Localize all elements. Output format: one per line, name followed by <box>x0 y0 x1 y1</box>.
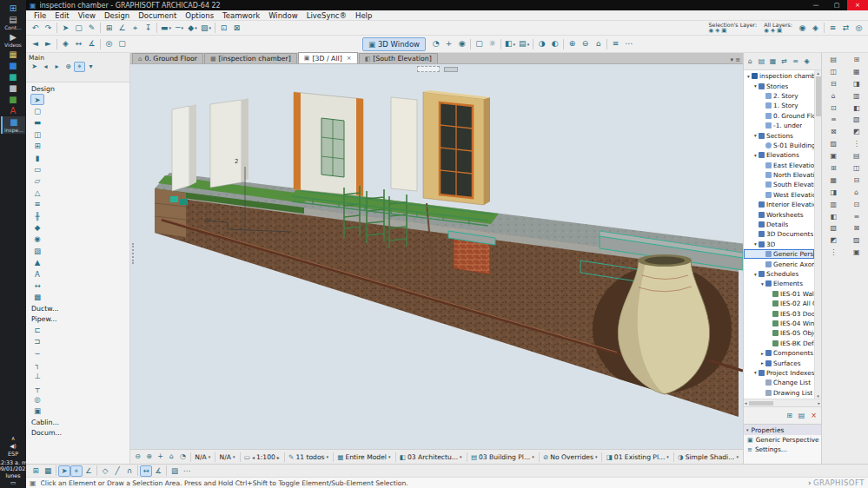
mesh-tool[interactable]: ▲ <box>30 256 44 267</box>
palette-list-icon[interactable]: ▾ <box>85 62 96 72</box>
side-tool-icon-23[interactable]: ◨ <box>826 187 840 198</box>
side-tool-icon-27[interactable]: ◧ <box>826 211 840 222</box>
tree-expand-icon[interactable]: ▾ <box>752 83 759 89</box>
scroll-left-icon[interactable]: ◂ <box>745 400 747 406</box>
tree-item-1-under[interactable]: -1. under <box>744 121 814 130</box>
line-type-dropdown[interactable]: ─▾ <box>173 22 186 34</box>
look-around-icon[interactable]: ◉ <box>455 38 468 50</box>
layer-combo-dropdown[interactable]: ◧▾ <box>503 38 517 50</box>
snap-elements-icon[interactable]: ▦ <box>42 465 54 477</box>
tree-item-3d[interactable]: ▾3D <box>744 240 814 249</box>
pen-icon[interactable]: ✎ <box>85 22 98 34</box>
camera-settings-icon[interactable]: ▢ <box>473 38 486 50</box>
publisher-icon[interactable]: ⇄ <box>779 56 790 67</box>
offset-lock-icon[interactable]: ↔ <box>140 465 152 477</box>
menu-options[interactable]: Options <box>181 11 218 20</box>
side-tool-icon-5[interactable]: ⊟ <box>826 78 840 89</box>
fill-display-icon[interactable]: ▨ <box>169 465 181 477</box>
teamwork-send-icon[interactable]: ⇄ <box>839 22 852 34</box>
zone-tool[interactable]: ▨ <box>30 245 44 256</box>
menu-livesync[interactable]: LiveSync® <box>302 11 351 20</box>
orbit-icon[interactable]: ◔ <box>429 38 442 50</box>
viewport-palette-handle[interactable] <box>132 243 136 264</box>
walk-mode-icon[interactable]: + <box>442 38 455 50</box>
toolbox-section-design[interactable]: Design <box>26 83 129 94</box>
layout-book-icon[interactable]: ▦ <box>767 56 779 67</box>
railing-tool[interactable]: ╫ <box>30 210 44 221</box>
shadows-icon[interactable]: ◐ <box>548 38 561 50</box>
marquee-icon[interactable]: ▢ <box>72 22 85 34</box>
taskbar-clock[interactable]: 12:33 a. m. 09/01/2023 lunes <box>0 459 26 479</box>
beam-tool[interactable]: ▭ <box>30 163 44 175</box>
side-tool-icon-26[interactable]: ⊡ <box>850 199 864 210</box>
dimension-tool[interactable]: ↔ <box>30 280 44 291</box>
grid-snap-icon[interactable]: ⊞ <box>103 22 116 34</box>
transition-tool[interactable]: ⊥ <box>30 371 44 382</box>
column-tool[interactable]: ▮ <box>30 152 44 163</box>
side-tool-icon-1[interactable]: ▤ <box>826 54 840 65</box>
angle-lock-icon[interactable]: ∡ <box>152 465 164 477</box>
text-tool[interactable]: A <box>30 268 44 280</box>
taskbar-app-archicad[interactable]: ■inspe... <box>1 116 25 134</box>
tree-expand-icon[interactable]: ▾ <box>759 281 765 287</box>
side-tool-icon-4[interactable]: ▦ <box>850 66 864 77</box>
side-tool-icon-6[interactable]: ◨ <box>850 78 864 89</box>
shading-icon[interactable]: ◑ <box>535 38 548 50</box>
tree-expand-icon[interactable]: ▾ <box>752 272 759 277</box>
language-indicator[interactable]: ESP <box>8 452 18 458</box>
side-tool-icon-17[interactable]: ▣ <box>826 150 840 162</box>
side-tool-icon-9[interactable]: ⊡ <box>826 102 840 114</box>
tree-item-north-elevation-au[interactable]: North Elevation (Au <box>744 170 814 180</box>
side-tool-icon-28[interactable]: ≡ <box>850 211 864 222</box>
side-tool-icon-32[interactable]: ▨ <box>850 234 864 246</box>
zoom-in-icon[interactable]: ⊕ <box>143 452 155 463</box>
tree-item-components[interactable]: ▸Components <box>744 348 814 358</box>
tree-item-ies-01-wall-sche[interactable]: IES-01 Wall Sche <box>744 289 814 299</box>
taskbar-app-explorer[interactable]: ▦ <box>1 49 25 60</box>
tree-item-ies-03-door-sche[interactable]: IES-03 Door Sche <box>744 308 814 318</box>
relative-coords-icon[interactable]: ◇ <box>99 465 111 477</box>
model-scope-dropdown[interactable]: ▦Entire Model▾ <box>335 453 393 461</box>
marquee-tool[interactable]: ▢ <box>30 105 44 116</box>
terminal-tool[interactable]: ◎ <box>30 393 44 405</box>
3d-window-button[interactable]: ▣ 3D Window <box>362 37 426 51</box>
help-search-icon[interactable]: ◎ <box>852 22 865 34</box>
scroll-thumb[interactable] <box>816 76 821 116</box>
tree-item-ies-05-object-inv[interactable]: IES-05 Object Inv <box>744 328 814 338</box>
pen-set-dropdown[interactable]: ▤03 Building Pl...▾ <box>468 453 537 461</box>
stair-tool[interactable]: ≡ <box>30 199 44 210</box>
all-layers-show-icon[interactable]: ◉ <box>764 28 769 34</box>
viewport-mini-toolbar[interactable] <box>417 66 440 72</box>
navigator-horizontal-scrollbar[interactable]: ◂ ▸ <box>744 399 821 406</box>
zoom-percent-dropdown[interactable]: N/A▾ <box>192 453 213 461</box>
tree-expand-icon[interactable]: ▾ <box>752 153 759 158</box>
taskbar-item-videos[interactable]: ▶Videos <box>1 31 25 49</box>
panels-icon[interactable]: ≡ <box>609 38 622 50</box>
side-tool-icon-14[interactable]: ◩ <box>850 126 864 137</box>
menu-teamwork[interactable]: Teamwork <box>218 11 264 20</box>
taskbar-app-3[interactable]: ■ <box>1 82 25 94</box>
tree-item-west-elevation-aut[interactable]: West Elevation (Aut <box>744 190 814 200</box>
scroll-right-icon[interactable]: ▸ <box>818 400 820 406</box>
menu-file[interactable]: File <box>30 11 50 20</box>
tree-item-worksheets[interactable]: Worksheets <box>744 209 814 219</box>
tree-item-elements[interactable]: ▾Elements <box>744 279 814 288</box>
side-tool-icon-19[interactable]: ⊞ <box>826 162 840 174</box>
measure-icon[interactable]: ↔ <box>72 38 85 50</box>
tree-item-inspection-chamber[interactable]: ▾inspection chamber <box>744 71 814 81</box>
toolbox-section-cabling[interactable]: Cablin... <box>26 417 129 427</box>
tree-item-stories[interactable]: ▾Stories <box>744 81 814 90</box>
selection-layer-show-icon[interactable]: ◉ <box>709 28 714 34</box>
snap-grid-toggle-icon[interactable]: ⊞ <box>30 465 42 477</box>
toolbox-section-ductwork[interactable]: Ductw... <box>26 303 129 313</box>
tab-scroll-icon[interactable]: ▾ <box>731 56 734 63</box>
arrow-tool[interactable]: ➤ <box>30 94 44 105</box>
side-tool-icon-13[interactable]: ⊠ <box>826 126 840 137</box>
equipment-tool[interactable]: ▣ <box>30 406 44 417</box>
side-tool-icon-12[interactable]: ▧ <box>850 114 864 125</box>
fill-tool[interactable]: ▩ <box>30 292 44 303</box>
zoom-out-icon[interactable]: ⊖ <box>132 452 143 463</box>
side-tool-icon-20[interactable]: ◫ <box>850 162 864 174</box>
object-tool[interactable]: ◆ <box>30 221 44 233</box>
layer-visibility-icon[interactable]: ◉ <box>796 22 809 34</box>
